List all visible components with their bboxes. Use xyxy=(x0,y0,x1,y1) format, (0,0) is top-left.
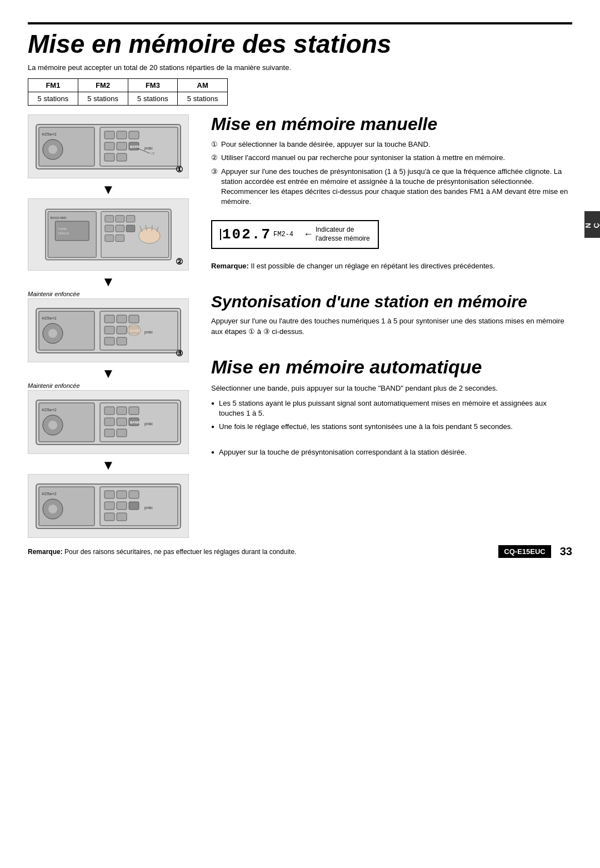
svg-rect-30 xyxy=(126,225,135,232)
svg-point-42 xyxy=(48,329,57,338)
page-title: Mise en mémoire des stations xyxy=(28,29,572,59)
numbered-list: ① Pour sélectionner la bande désirée, ap… xyxy=(211,139,572,207)
section-manuelle: Mise en mémoire manuelle ① Pour sélectio… xyxy=(211,114,572,277)
svg-rect-44 xyxy=(104,315,114,323)
svg-rect-78 xyxy=(117,491,127,498)
section-syntonisation: Syntonisation d'une station en mémoire A… xyxy=(211,292,572,342)
table-cell-fm1-stations: 5 stations xyxy=(28,92,78,106)
right-column: Mise en mémoire manuelle ① Pour sélectio… xyxy=(211,114,572,541)
svg-rect-51 xyxy=(104,337,114,345)
left-column: 4/25w×2 BAND pnäc xyxy=(28,114,200,541)
device-image-2: BASS·MID TUNE TRACK xyxy=(28,198,189,271)
sidebar-tab: FRANÇAIS xyxy=(584,211,600,238)
svg-text:pnäc: pnäc xyxy=(144,506,153,510)
stations-table: FM1 FM2 FM3 AM 5 stations 5 stations 5 s… xyxy=(28,78,228,106)
svg-text:4/25w×2: 4/25w×2 xyxy=(42,408,57,412)
display-label: Indicateur del'adresse mémoire xyxy=(316,226,370,243)
svg-rect-63 xyxy=(129,407,139,415)
svg-rect-31 xyxy=(105,235,114,241)
display-band: FM2-4 xyxy=(273,231,293,238)
section-syntonisation-heading: Syntonisation d'une station en mémoire xyxy=(211,292,572,311)
svg-text:BAND: BAND xyxy=(130,421,140,424)
svg-text:TUNE: TUNE xyxy=(58,227,67,231)
maintenir-label-4: Maintenir enfoncée xyxy=(28,382,200,389)
step-number-1: ① xyxy=(176,164,183,174)
svg-rect-46 xyxy=(129,315,139,323)
svg-text:☞: ☞ xyxy=(151,151,155,156)
display-line xyxy=(220,229,221,240)
svg-rect-21 xyxy=(55,221,89,241)
svg-text:pnäc: pnäc xyxy=(144,422,153,426)
automatique-bullet-2: Une fois le réglage effectué, les statio… xyxy=(211,422,572,432)
svg-text:pnäc: pnäc xyxy=(144,146,153,151)
svg-rect-62 xyxy=(117,407,127,415)
svg-rect-6 xyxy=(104,131,114,139)
sidebar-tab-letters: FRANÇAIS xyxy=(559,217,600,232)
svg-rect-13 xyxy=(104,153,114,161)
svg-rect-29 xyxy=(116,225,124,232)
device-image-4: 4/25w×2 BAND pnäc xyxy=(28,390,189,454)
syntonisation-body: Appuyer sur l'une ou l'autre des touches… xyxy=(211,316,572,337)
display-box: 102.7 FM2-4 ← Indicateur del'adresse mém… xyxy=(211,220,379,248)
svg-rect-28 xyxy=(105,225,114,232)
automatique-bullet-1: Les 5 stations ayant le plus puissant si… xyxy=(211,398,572,418)
table-cell-fm3-stations: 5 stations xyxy=(128,92,178,106)
svg-rect-9 xyxy=(104,142,114,150)
automatique-bullet-3: Appuyer sur la touche de présyntonisatio… xyxy=(211,447,572,457)
svg-text:4/25w×2: 4/25w×2 xyxy=(42,132,57,136)
svg-text:pnäc: pnäc xyxy=(144,330,153,335)
page-number: 33 xyxy=(560,545,572,558)
maintenir-label-3: Maintenir enfoncée xyxy=(28,291,200,297)
step-item-3: ③ Appuyer sur l'une des touches de présy… xyxy=(211,167,572,207)
table-header-fm3: FM3 xyxy=(128,79,178,92)
svg-rect-80 xyxy=(104,502,114,510)
svg-rect-68 xyxy=(104,429,114,437)
section-manuelle-heading: Mise en mémoire manuelle xyxy=(211,114,572,134)
svg-rect-25 xyxy=(105,216,114,222)
display-separator: 102.7 FM2-4 xyxy=(220,226,293,243)
svg-rect-8 xyxy=(129,131,139,139)
svg-rect-69 xyxy=(117,429,127,437)
arrow-4: ▼ xyxy=(28,457,189,473)
section-automatique: Mise en mémoire automatique Sélectionner… xyxy=(211,357,572,462)
table-cell-am-stations: 5 stations xyxy=(178,92,228,106)
svg-rect-32 xyxy=(116,235,124,241)
display-arrow-container: ← Indicateur del'adresse mémoire xyxy=(303,226,370,243)
step-item-1: ① Pour sélectionner la bande désirée, ap… xyxy=(211,139,572,149)
svg-point-59 xyxy=(48,421,57,430)
subtitle-text: La mémoire peut accepter un total de 20 … xyxy=(28,63,572,72)
svg-rect-27 xyxy=(126,216,135,222)
svg-rect-45 xyxy=(117,315,127,323)
top-border xyxy=(28,22,572,24)
svg-text:BASS·MID: BASS·MID xyxy=(51,216,67,220)
arrow-2: ▼ xyxy=(28,274,189,290)
svg-rect-48 xyxy=(117,326,127,334)
device-image-1: 4/25w×2 BAND pnäc xyxy=(28,114,189,178)
svg-text:BAND: BAND xyxy=(130,145,140,148)
footer-badge: CQ-E15EUC xyxy=(498,545,551,558)
automatique-body: Sélectionner une bande, puis appuyer sur… xyxy=(211,383,572,394)
svg-rect-82 xyxy=(129,502,139,510)
remarque-manuelle: Remarque: Il est possible de changer un … xyxy=(211,261,572,271)
svg-rect-65 xyxy=(117,418,127,426)
step-item-2: ② Utiliser l'accord manuel ou par recher… xyxy=(211,153,572,163)
footer-badge-text: CQ-E15EUC xyxy=(504,547,545,556)
svg-rect-81 xyxy=(117,502,127,510)
svg-point-75 xyxy=(48,505,57,513)
svg-point-53 xyxy=(127,325,141,336)
table-header-am: AM xyxy=(178,79,228,92)
table-header-fm2: FM2 xyxy=(78,79,128,92)
table-header-fm1: FM1 xyxy=(28,79,78,92)
svg-text:TRACK: TRACK xyxy=(58,231,69,235)
svg-rect-47 xyxy=(104,326,114,334)
svg-rect-77 xyxy=(104,491,114,498)
svg-rect-52 xyxy=(117,337,127,345)
automatique-bullets: Les 5 stations ayant le plus puissant si… xyxy=(211,398,572,432)
svg-text:4/25w×2: 4/25w×2 xyxy=(42,492,57,496)
display-frequency: 102.7 xyxy=(222,226,271,243)
section-automatique-heading: Mise en mémoire automatique xyxy=(211,357,572,377)
svg-rect-64 xyxy=(104,418,114,426)
step-number-2: ② xyxy=(176,257,183,267)
svg-point-4 xyxy=(48,145,57,154)
device-image-3: 4/25w×2 BAND pnäc ③ xyxy=(28,298,189,362)
